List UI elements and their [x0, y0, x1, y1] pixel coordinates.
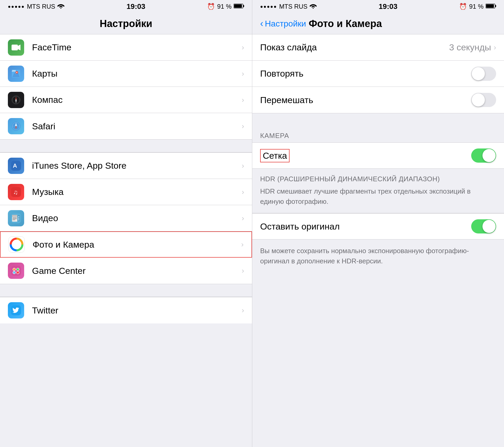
settings-group-2: A iTunes Store, App Store › ♫ Музыка › В… — [0, 152, 252, 284]
hdr-desc: HDR смешивает лучшие фрагменты трех отде… — [260, 186, 496, 207]
svg-rect-33 — [18, 219, 19, 220]
alarm-icon: ⏰ — [207, 3, 215, 10]
settings-item-maps[interactable]: 280 Карты › — [0, 61, 252, 87]
settings-title: Настройки — [100, 18, 152, 29]
gamecenter-chevron: › — [242, 267, 244, 275]
svg-rect-36 — [11, 266, 21, 276]
svg-rect-26 — [12, 215, 17, 217]
original-toggle[interactable] — [471, 219, 496, 233]
original-label: Оставить оригинал — [260, 221, 471, 232]
shuffle-toggle[interactable] — [471, 93, 496, 107]
svg-point-35 — [14, 242, 19, 247]
settings-item-appstore[interactable]: A iTunes Store, App Store › — [0, 153, 252, 179]
twitter-icon — [8, 302, 24, 318]
right-status-bar: ●●●●● MTS RUS 19:03 ⏰ 91 % — [252, 0, 504, 13]
settings-item-compass[interactable]: Компас › — [0, 87, 252, 113]
setka-label-wrapper: Сетка — [260, 149, 290, 162]
gamecenter-label: Game Center — [32, 266, 242, 276]
original-toggle-thumb — [482, 220, 496, 233]
settings-group-1: FaceTime › 280 Карты › Компас › Safari › — [0, 34, 252, 139]
photos-label: Фото и Камера — [33, 240, 241, 250]
svg-marker-4 — [18, 45, 20, 50]
right-panel: ●●●●● MTS RUS 19:03 ⏰ 91 % ‹ Настройки Ф… — [252, 0, 504, 447]
safari-chevron: › — [242, 122, 244, 130]
settings-item-safari[interactable]: Safari › — [0, 113, 252, 139]
left-status-bar: ●●●●● MTS RUS 19:03 ⏰ 91 % — [0, 0, 252, 13]
svg-point-38 — [17, 268, 19, 271]
svg-point-39 — [13, 271, 15, 274]
video-icon — [8, 210, 24, 226]
left-time: 19:03 — [127, 2, 145, 11]
left-panel: ●●●●● MTS RUS 19:03 ⏰ 91 % Настройки Fac… — [0, 0, 252, 447]
section-gap-2 — [0, 284, 252, 297]
slideshow-label: Показ слайда — [260, 42, 449, 52]
music-icon: ♫ — [8, 184, 24, 200]
back-label: Настройки — [265, 19, 306, 29]
compass-label: Компас — [32, 95, 242, 105]
settings-item-photos[interactable]: Фото и Камера › — [0, 231, 252, 258]
svg-rect-1 — [243, 5, 244, 7]
svg-rect-27 — [13, 217, 17, 218]
svg-point-13 — [15, 99, 17, 100]
maps-label: Карты — [32, 68, 242, 79]
back-button[interactable]: ‹ Настройки — [260, 18, 306, 29]
right-battery-percent: 91 % — [469, 3, 484, 10]
back-chevron-icon: ‹ — [260, 18, 263, 29]
compass-icon — [8, 92, 24, 108]
settings-item-facetime[interactable]: FaceTime › — [0, 34, 252, 61]
video-chevron: › — [242, 214, 244, 222]
setka-label: Сетка — [263, 151, 287, 161]
video-label: Видео — [32, 213, 242, 223]
facetime-icon — [8, 39, 24, 56]
shuffle-label: Перемешать — [260, 95, 471, 105]
safari-icon — [8, 118, 24, 134]
svg-rect-2 — [234, 4, 242, 8]
right-page-title: Фото и Камера — [309, 18, 382, 29]
original-desc: Вы можете сохранить нормально экспониров… — [260, 246, 496, 266]
right-signal-dots: ●●●●● — [260, 4, 277, 9]
setka-toggle-thumb — [482, 149, 496, 162]
left-page-title: Настройки — [0, 13, 252, 34]
carrier-label: MTS RUS — [27, 3, 55, 10]
battery-percent: 91 % — [217, 3, 232, 10]
shuffle-toggle-thumb — [472, 93, 485, 107]
section-gap-1 — [0, 139, 252, 152]
original-row[interactable]: Оставить оригинал — [252, 213, 504, 240]
settings-item-twitter[interactable]: Twitter › — [0, 297, 252, 323]
svg-text:♫: ♫ — [13, 189, 18, 196]
camera-divider — [252, 113, 504, 126]
repeat-row[interactable]: Повторять — [252, 61, 504, 87]
settings-item-video[interactable]: Видео › — [0, 205, 252, 231]
appstore-label: iTunes Store, App Store — [32, 161, 242, 171]
slideshow-row[interactable]: Показ слайда 3 секунды › — [252, 34, 504, 61]
left-status-left: ●●●●● MTS RUS — [8, 3, 65, 10]
settings-item-gamecenter[interactable]: Game Center › — [0, 258, 252, 284]
svg-point-37 — [13, 268, 15, 271]
signal-dots: ●●●●● — [8, 4, 25, 9]
photos-section: Показ слайда 3 секунды › Повторять Перем… — [252, 34, 504, 113]
left-status-right: ⏰ 91 % — [207, 3, 244, 10]
repeat-label: Повторять — [260, 68, 471, 79]
right-wifi-icon — [309, 3, 317, 10]
repeat-toggle[interactable] — [471, 67, 496, 81]
twitter-chevron: › — [242, 306, 244, 315]
twitter-label: Twitter — [32, 305, 242, 316]
setka-row[interactable]: Сетка — [252, 142, 504, 169]
safari-label: Safari — [32, 121, 242, 131]
camera-section-header: КАМЕРА — [252, 126, 504, 142]
svg-rect-44 — [486, 4, 494, 8]
shuffle-row[interactable]: Перемешать — [252, 87, 504, 113]
settings-item-music[interactable]: ♫ Музыка › — [0, 179, 252, 205]
facetime-label: FaceTime — [32, 42, 242, 52]
photos-icon — [8, 236, 25, 253]
svg-rect-43 — [495, 5, 496, 7]
right-carrier-label: MTS RUS — [279, 3, 307, 10]
original-desc-block: Вы можете сохранить нормально экспониров… — [252, 240, 504, 273]
svg-text:280: 280 — [12, 70, 16, 72]
svg-text:A: A — [13, 162, 17, 169]
setka-toggle[interactable] — [471, 148, 496, 163]
repeat-toggle-thumb — [472, 67, 485, 80]
svg-point-40 — [17, 271, 19, 274]
svg-rect-3 — [12, 45, 18, 50]
photos-chevron: › — [241, 240, 244, 249]
